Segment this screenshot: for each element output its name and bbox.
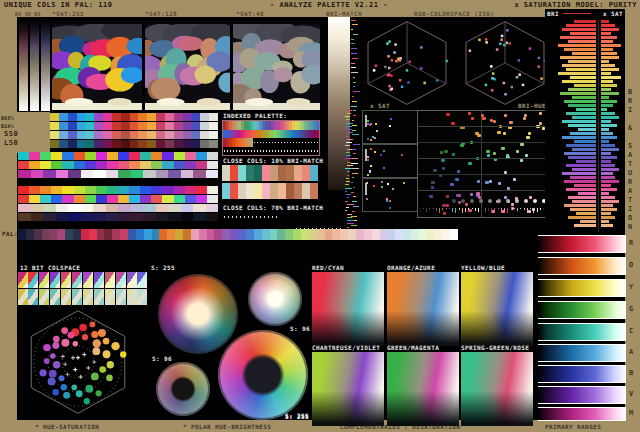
strip-cell (18, 195, 29, 203)
strip-cell (112, 140, 121, 148)
axis-gray-dot (515, 199, 519, 203)
dot (367, 123, 369, 125)
swatch (136, 229, 144, 240)
axis-gray-dot (479, 199, 483, 203)
axis-gray-dot (470, 199, 474, 203)
saturation-model-label: x SATURATION MODEL: PURITY (514, 1, 637, 9)
tick (351, 225, 357, 226)
tick (347, 175, 349, 176)
strip-cell (138, 122, 147, 130)
sat-bar (601, 68, 619, 71)
vertical-letter: A (628, 187, 632, 195)
bri-bar (562, 28, 596, 31)
strip-cell (131, 213, 144, 221)
colspace-tile (105, 272, 115, 288)
tick (501, 208, 502, 210)
swatch (340, 229, 348, 240)
tick (346, 181, 350, 182)
row-label-b65: B65% (1, 115, 14, 121)
strip-cell (103, 122, 112, 130)
indexed-palette-grid[interactable] (222, 120, 320, 156)
swatch (246, 165, 254, 181)
xsat-box (362, 178, 418, 212)
strip-cell (29, 195, 40, 203)
pal-color-strip (18, 229, 458, 240)
app-title: - ANALYZE PALETTE V2.21 - (270, 1, 388, 9)
strip-cell (50, 140, 59, 148)
palette-strip-row (18, 161, 218, 169)
swatch (302, 165, 310, 181)
colspace-tile (116, 272, 126, 288)
bri-bar (570, 32, 596, 35)
scatter-dot (520, 159, 523, 162)
strip-cell (59, 131, 68, 139)
tick (345, 116, 350, 117)
sat-bar (601, 128, 609, 131)
sat-bar (601, 144, 615, 147)
bri-bar (576, 108, 596, 111)
polar-circle-s96-a (248, 272, 302, 326)
vertical-letter: S (628, 142, 632, 150)
strip-cell (121, 140, 130, 148)
swatch (450, 229, 458, 240)
comp-title: CHARTREUSE/VIOLET (312, 344, 380, 351)
close-cols-row2 (222, 183, 318, 199)
bri-bar (568, 60, 596, 63)
polar-label-1: S: 255 (151, 264, 175, 271)
strip-cell (147, 122, 156, 130)
strip-cell (181, 170, 194, 178)
swatch (395, 229, 403, 240)
tick (353, 86, 355, 87)
strip-cell (121, 113, 130, 121)
palette-strip-row (18, 170, 218, 178)
vertical-letter: T (628, 160, 632, 168)
tick (351, 43, 355, 44)
sat-bar (601, 84, 617, 87)
strip-cell (40, 152, 51, 160)
bri-bar (566, 164, 596, 167)
sat-bar (601, 112, 615, 115)
sat-bar (601, 212, 611, 215)
sat-bar (601, 60, 609, 63)
dot (383, 167, 385, 169)
strip-cell (129, 161, 140, 169)
sat128-label: *SAT:128 (145, 10, 177, 17)
bri-bar (558, 44, 596, 47)
bri-bar (568, 104, 596, 107)
strip-cell (196, 152, 207, 160)
swatch (293, 229, 301, 240)
strip-cell (138, 131, 147, 139)
close-cols-70-label: CLOSE COLS: 70% BRI-MATCH (223, 204, 323, 211)
strip-cell (85, 113, 94, 121)
strip-cell (207, 161, 218, 169)
dot (367, 138, 369, 140)
strip-cell (107, 195, 118, 203)
red-divider-line (563, 13, 591, 14)
strip-cell (174, 140, 183, 148)
scatter-dot (429, 195, 433, 198)
swatch (207, 229, 215, 240)
sat-bar (601, 64, 615, 67)
swatch (65, 229, 73, 240)
strip-cell (68, 204, 81, 212)
strip-cell (165, 113, 174, 121)
strip-cell (68, 140, 77, 148)
swatch (254, 165, 262, 181)
bri-bar (568, 88, 596, 91)
sat-bar (601, 120, 611, 123)
bri-bar (570, 208, 596, 211)
strip-cell (94, 122, 103, 130)
strip-cell (156, 170, 169, 178)
bri-bar (572, 148, 596, 151)
unique-colors-count: UNIQUE COLS IN PAL: 110 (4, 1, 112, 9)
strip-cell (183, 140, 192, 148)
colspace-tile (18, 272, 28, 288)
sort-keys-label: RO SO BS (15, 11, 41, 17)
strip-cell (103, 131, 112, 139)
dot (367, 120, 369, 122)
vertical-letter: U (628, 169, 632, 177)
bri-bar (564, 100, 596, 103)
strip-cell (192, 122, 201, 130)
sat-bar (601, 172, 613, 175)
swatch (18, 229, 26, 240)
